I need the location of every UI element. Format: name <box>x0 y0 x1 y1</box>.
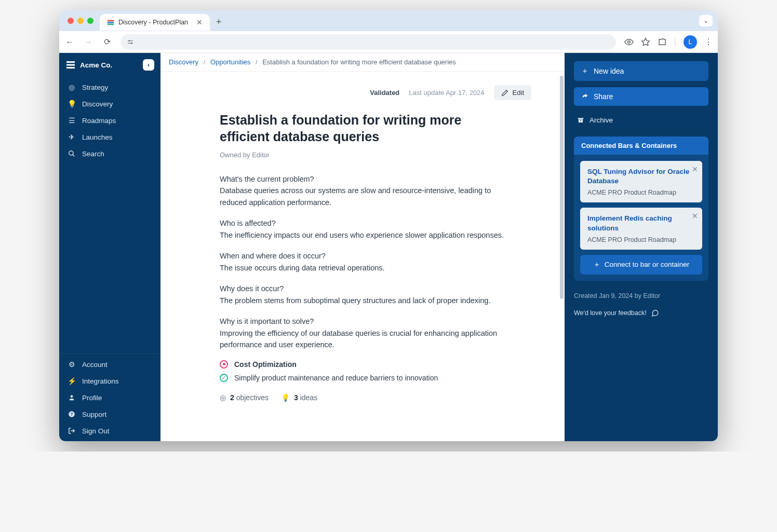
qa-question: Who is affected? <box>220 219 276 227</box>
tab-close-icon[interactable]: ✕ <box>196 18 203 26</box>
count-label: ideas <box>300 393 317 402</box>
nav-label: Profile <box>82 394 102 402</box>
reload-button[interactable]: ⟳ <box>102 37 112 47</box>
maximize-window-icon[interactable] <box>87 18 93 24</box>
share-button[interactable]: Share <box>574 87 708 106</box>
sidebar: Acme Co. ‹ ◎Strategy 💡Discovery ☰Roadmap… <box>59 53 160 441</box>
card-title[interactable]: Implement Redis caching solutions <box>587 214 695 233</box>
eye-icon[interactable] <box>624 37 634 47</box>
nav-label: Integrations <box>82 377 119 385</box>
list-icon: ☰ <box>68 116 76 125</box>
new-idea-button[interactable]: ＋ New idea <box>574 61 708 81</box>
site-settings-icon <box>127 38 134 46</box>
right-panel: ＋ New idea Share Archive Connected Bars … <box>565 53 718 441</box>
chat-icon <box>651 309 659 317</box>
nav-label: Roadmaps <box>82 117 116 125</box>
sidebar-item-roadmaps[interactable]: ☰Roadmaps <box>59 112 160 129</box>
logo-icon <box>66 61 75 69</box>
new-tab-button[interactable]: + <box>216 17 222 28</box>
address-bar[interactable] <box>120 34 616 50</box>
tag-icon <box>220 360 228 369</box>
svg-point-12 <box>71 395 73 398</box>
menu-icon[interactable]: ⋮ <box>704 37 713 47</box>
plug-icon: ⚡ <box>68 377 76 385</box>
svg-point-10 <box>69 151 73 155</box>
owner-label: Owned by Editor <box>220 151 505 159</box>
sidebar-item-discovery[interactable]: 💡Discovery <box>59 96 160 112</box>
company-logo[interactable]: Acme Co. <box>66 61 112 69</box>
archive-button[interactable]: Archive <box>574 112 708 128</box>
qa-question: Why does it occur? <box>220 284 284 293</box>
sidebar-item-integrations[interactable]: ⚡Integrations <box>59 373 160 389</box>
forward-button[interactable]: → <box>83 37 93 47</box>
breadcrumb-discovery[interactable]: Discovery <box>169 58 198 66</box>
collapse-sidebar-button[interactable]: ‹ <box>143 59 154 71</box>
svg-line-11 <box>73 155 75 157</box>
browser-tab[interactable]: Discovery - ProductPlan ✕ <box>100 14 210 31</box>
minimize-window-icon[interactable] <box>77 18 84 24</box>
bulb-icon: 💡 <box>68 100 76 108</box>
breadcrumb-current: Establish a foundation for writing more … <box>262 58 456 66</box>
sidebar-item-launches[interactable]: ✈Launches <box>59 129 160 145</box>
sidebar-header: Acme Co. ‹ <box>59 53 160 77</box>
search-icon <box>68 149 76 158</box>
share-icon <box>581 93 588 100</box>
extensions-icon[interactable] <box>658 37 667 47</box>
button-label: Connect to bar or container <box>605 261 690 268</box>
sidebar-item-search[interactable]: Search <box>59 145 160 162</box>
card-subtitle: ACME PRO Product Roadmap <box>587 236 695 243</box>
qa-block: Why does it occur?The problem stems from… <box>220 283 505 306</box>
sidebar-item-support[interactable]: ?Support <box>59 406 160 422</box>
sidebar-item-signout[interactable]: Sign Out <box>59 422 160 439</box>
sidebar-item-profile[interactable]: Profile <box>59 389 160 406</box>
page-title: Establish a foundation for writing more … <box>220 112 505 145</box>
card-title[interactable]: SQL Tuning Advisor for Oracle Database <box>587 167 695 186</box>
browser-toolbar: ← → ⟳ | L ⋮ <box>59 31 718 53</box>
help-icon: ? <box>68 410 76 418</box>
star-icon[interactable] <box>641 37 650 47</box>
qa-section: What's the current problem?Database quer… <box>220 173 505 351</box>
svg-rect-9 <box>66 67 75 69</box>
edit-button[interactable]: Edit <box>494 85 531 100</box>
bulb-icon: 💡 <box>281 393 290 402</box>
back-button[interactable]: ← <box>64 37 75 47</box>
nav-label: Discovery <box>82 100 113 108</box>
qa-block: Who is affected?The inefficiency impacts… <box>220 217 505 241</box>
nav-bottom: ⚙Account ⚡Integrations Profile ?Support … <box>59 353 160 441</box>
rocket-icon: ✈ <box>68 133 76 141</box>
svg-rect-0 <box>108 20 114 22</box>
tag-row: Simplify product maintenance and reduce … <box>220 374 505 382</box>
connected-card: ✕ SQL Tuning Advisor for Oracle Database… <box>580 161 702 202</box>
breadcrumb-opportunities[interactable]: Opportunities <box>210 58 250 66</box>
last-updated: Last update Apr 17, 2024 <box>409 89 484 97</box>
button-label: Share <box>594 92 613 101</box>
tag-label: Simplify product maintenance and reduce … <box>234 374 438 382</box>
archive-icon <box>577 117 584 124</box>
sidebar-item-account[interactable]: ⚙Account <box>59 356 160 373</box>
remove-card-icon[interactable]: ✕ <box>692 165 698 173</box>
svg-rect-16 <box>580 120 581 121</box>
counts-row: ◎ 2 objectives 💡 3 ideas <box>220 393 505 402</box>
tag-row: Cost Optimization <box>220 360 505 369</box>
nav-main: ◎Strategy 💡Discovery ☰Roadmaps ✈Launches… <box>59 77 160 164</box>
plus-icon: ＋ <box>581 66 588 76</box>
connect-button[interactable]: ＋ Connect to bar or container <box>580 255 702 275</box>
tab-title: Discovery - ProductPlan <box>118 19 188 26</box>
status-row: Validated Last update Apr 17, 2024 Edit <box>220 85 531 100</box>
profile-avatar[interactable]: L <box>684 35 697 49</box>
remove-card-icon[interactable]: ✕ <box>692 212 698 220</box>
scrollbar[interactable] <box>560 76 564 299</box>
tags: Cost Optimization Simplify product maint… <box>220 360 505 382</box>
content: Discovery / Opportunities / Establish a … <box>160 53 565 441</box>
close-window-icon[interactable] <box>68 18 74 24</box>
browser-window: Discovery - ProductPlan ✕ + ⌄ ← → ⟳ | L … <box>59 10 718 441</box>
svg-rect-8 <box>66 64 75 66</box>
feedback-link[interactable]: We'd love your feedback! <box>574 309 708 317</box>
qa-answer: Improving the efficiency of our database… <box>220 329 497 349</box>
tabs-overflow-button[interactable]: ⌄ <box>699 15 713 26</box>
section-title: Connected Bars & Containers <box>574 137 708 155</box>
plus-icon: ＋ <box>593 260 600 269</box>
qa-answer: Database queries across our systems are … <box>220 186 491 206</box>
sidebar-item-strategy[interactable]: ◎Strategy <box>59 79 160 96</box>
separator: | <box>674 37 676 47</box>
